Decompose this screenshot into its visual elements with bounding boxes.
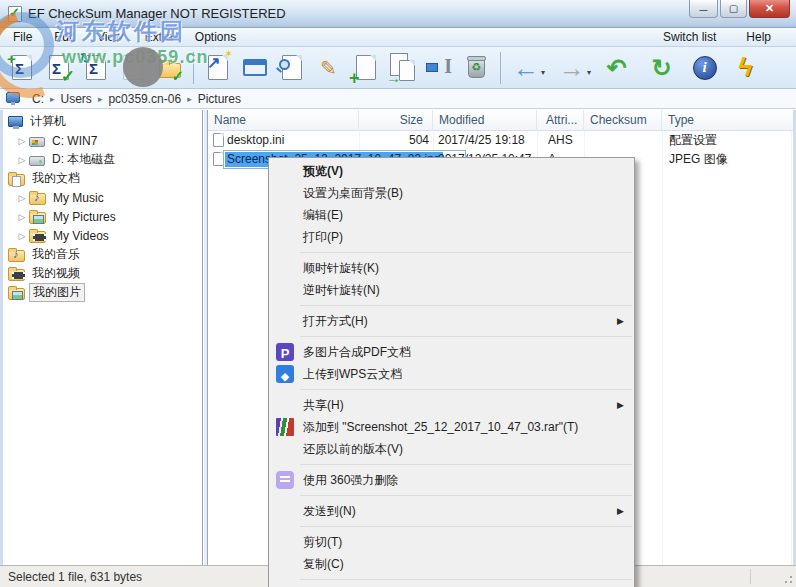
maximize-icon	[729, 3, 738, 14]
submenu-arrow-icon: ▶	[617, 394, 624, 416]
window-list-button[interactable]	[236, 49, 273, 87]
delete-button[interactable]: ♻	[458, 49, 495, 87]
resize-grip-icon[interactable]	[783, 574, 793, 584]
breadcrumb: C: ▸ Users ▸ pc0359.cn-06 ▸ Pictures	[0, 89, 796, 109]
tree-item-my-music[interactable]: 我的音乐	[3, 245, 202, 264]
menu-item-preview[interactable]: 预览(V)	[269, 160, 634, 182]
menu-item-set-wallpaper[interactable]: 设置为桌面背景(B)	[269, 182, 634, 204]
menu-separator	[300, 495, 632, 496]
pdf-compose-icon	[276, 343, 294, 361]
menu-separator	[300, 305, 632, 306]
menu-item-pdf-compose[interactable]: 多图片合成PDF文档	[269, 341, 634, 363]
menu-edit[interactable]: Edit	[43, 28, 86, 47]
toolbar-separator	[500, 52, 501, 84]
minimize-icon	[700, 3, 708, 14]
breadcrumb-segment[interactable]: C:	[28, 92, 48, 106]
new-checksum-button[interactable]: Σ+	[3, 49, 40, 87]
menu-item-cut[interactable]: 剪切(T)	[269, 531, 634, 553]
verify-checksum-button[interactable]: Σ✓	[40, 49, 77, 87]
add-file-icon	[356, 55, 376, 80]
menu-item-rotate-ccw[interactable]: 逆时针旋转(N)	[269, 279, 634, 301]
menu-item-restore-versions[interactable]: 还原以前的版本(V)	[269, 438, 634, 460]
copy-file-button[interactable]: →	[384, 49, 421, 87]
open-target-icon	[208, 55, 228, 80]
check-folder-button[interactable]: ✓	[151, 49, 188, 87]
tree-item-my-videos[interactable]: 我的视频	[3, 264, 202, 283]
expand-icon[interactable]: ▷	[17, 155, 27, 165]
menu-file[interactable]: File	[2, 28, 43, 47]
menu-item-wps-upload[interactable]: 上传到WPS云文档	[269, 363, 634, 385]
menu-item-rotate-cw[interactable]: 顺时针旋转(K)	[269, 257, 634, 279]
info-button[interactable]: i	[686, 49, 723, 87]
update-checksum-button[interactable]: Σ↻	[77, 49, 114, 87]
open-target-button[interactable]: ↗✶	[199, 49, 236, 87]
add-file-button[interactable]: +	[347, 49, 384, 87]
statusbar-divider	[750, 569, 751, 584]
tree-item-drive-c[interactable]: ▷C: WIN7	[3, 131, 202, 150]
forward-dropdown-icon[interactable]: ▾	[587, 68, 591, 77]
window-title: EF CheckSum Manager NOT REGISTERED	[28, 6, 286, 21]
file-type: JPEG 图像	[669, 150, 789, 169]
minimize-button[interactable]	[689, 0, 718, 18]
edit-button[interactable]: ✎	[310, 49, 347, 87]
options-flash-button[interactable]: ϟ	[727, 49, 764, 87]
column-header-attributes[interactable]: Attri...	[537, 110, 584, 131]
menu-bar: File Edit View Extra Options Switch list…	[0, 28, 796, 47]
search-button[interactable]	[273, 49, 310, 87]
menu-separator	[300, 579, 632, 580]
menu-item-share[interactable]: 共享(H)▶	[269, 394, 634, 416]
undo-button[interactable]: ↶	[598, 49, 635, 87]
hidden-button[interactable]	[114, 49, 151, 87]
breadcrumb-segment[interactable]: pc0359.cn-06	[104, 92, 185, 106]
back-button[interactable]: ←▾	[506, 49, 552, 87]
column-header-size[interactable]: Size	[359, 110, 433, 131]
menu-item-send-to[interactable]: 发送到(N)▶	[269, 500, 634, 522]
menu-extra[interactable]: Extra	[134, 28, 184, 47]
column-header-modified[interactable]: Modified	[433, 110, 537, 131]
new-checksum-icon	[12, 55, 32, 80]
menu-help[interactable]: Help	[735, 28, 782, 47]
forward-button[interactable]: →▾	[552, 49, 598, 87]
close-icon	[765, 2, 774, 15]
column-header-name[interactable]: Name	[208, 110, 359, 131]
tree-item-drive-d[interactable]: ▷D: 本地磁盘	[3, 150, 202, 169]
menu-item-open-with[interactable]: 打开方式(H)▶	[269, 310, 634, 332]
menu-item-copy[interactable]: 复制(C)	[269, 553, 634, 575]
column-header-checksum[interactable]: Checksum	[584, 110, 662, 131]
menu-item-edit[interactable]: 编辑(E)	[269, 204, 634, 226]
tree-item-my-videos-en[interactable]: ▷My Videos	[3, 226, 202, 245]
close-button[interactable]	[749, 0, 790, 18]
expand-icon[interactable]: ▷	[17, 136, 27, 146]
menu-item-360-delete[interactable]: 使用 360强力删除	[269, 469, 634, 491]
menu-item-add-to-rar[interactable]: 添加到 "Screenshot_25_12_2017_10_47_03.rar"…	[269, 416, 634, 438]
file-row-desktop-ini[interactable]: desktop.ini 504 2017/4/25 19:18 AHS 配置设置	[208, 131, 793, 150]
breadcrumb-segment[interactable]: Pictures	[194, 92, 245, 106]
file-name: desktop.ini	[227, 131, 357, 150]
expand-icon[interactable]: ▷	[17, 231, 27, 241]
rename-button[interactable]: I	[421, 49, 458, 87]
menu-options[interactable]: Options	[184, 28, 247, 47]
file-modified: 2017/4/25 19:18	[438, 131, 538, 150]
tree-item-my-documents[interactable]: 我的文档	[3, 169, 202, 188]
lightning-icon: ϟ	[739, 52, 753, 83]
tree-item-my-pictures-en[interactable]: ▷My Pictures	[3, 207, 202, 226]
search-icon	[279, 59, 290, 70]
menu-item-print[interactable]: 打印(P)	[269, 226, 634, 248]
menu-switch-list[interactable]: Switch list	[652, 28, 727, 47]
tree-item-my-pictures[interactable]: 我的图片	[3, 283, 202, 302]
column-header-type[interactable]: Type	[662, 110, 793, 131]
context-menu: 预览(V) 设置为桌面背景(B) 编辑(E) 打印(P) 顺时针旋转(K) 逆时…	[268, 157, 635, 587]
maximize-button[interactable]	[720, 0, 747, 18]
expand-icon[interactable]: ▷	[17, 193, 27, 203]
refresh-button[interactable]: ↻	[643, 49, 680, 87]
undo-icon: ↶	[606, 56, 626, 80]
breadcrumb-segment[interactable]: Users	[57, 92, 96, 106]
expand-icon[interactable]: ▷	[17, 212, 27, 222]
tree-item-computer[interactable]: 计算机	[3, 112, 202, 131]
tree-item-my-music-en[interactable]: ▷My Music	[3, 188, 202, 207]
menu-view[interactable]: View	[86, 28, 134, 47]
refresh-icon: ↻	[651, 56, 671, 80]
drive-icon	[29, 156, 45, 166]
back-dropdown-icon[interactable]: ▾	[541, 68, 545, 77]
computer-icon	[8, 116, 23, 127]
